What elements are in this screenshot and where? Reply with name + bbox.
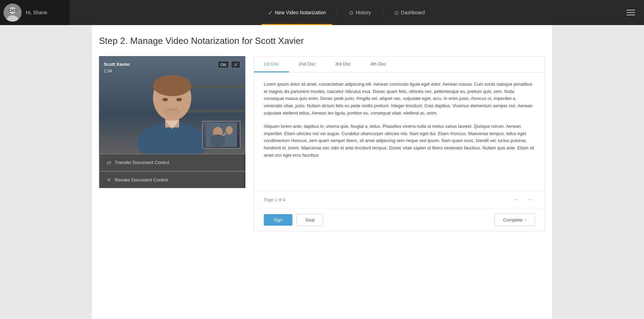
video-overlay-name: Scott Xavier 1:34	[104, 61, 130, 74]
tab-3rd-doc[interactable]: 3rd Doc	[325, 56, 361, 72]
chevron-right-icon: ›	[524, 217, 526, 223]
complete-label: Complete	[503, 217, 523, 223]
svg-point-13	[163, 108, 181, 116]
page-title: Step 2. Manage Video Notarization for Sc…	[99, 36, 545, 46]
revoke-label: Revoke Document Control	[115, 177, 168, 182]
svg-point-8	[153, 75, 191, 96]
hamburger-line-1	[627, 10, 635, 10]
transfer-icon: ⇄	[107, 159, 111, 166]
hamburger-menu[interactable]	[623, 6, 638, 19]
tab-1st-doc[interactable]: 1st Doc	[254, 56, 289, 72]
transfer-document-button[interactable]: ⇄ Transfer Document Control	[99, 154, 245, 171]
doc-paragraph-2: Aliquam lorem ante, dapibus in, viverra …	[264, 123, 535, 159]
header-nav: ✓ New Video Notarization ⋮ ⊙ History ⋮ ⊙…	[70, 0, 623, 25]
svg-point-16	[210, 134, 225, 147]
document-panel: 1st Doc 2nd Doc 3rd Doc 4th Doc Lorem ip…	[254, 56, 545, 231]
nav-dots-1: ⋮	[332, 9, 343, 16]
tab-4th-doc[interactable]: 4th Doc	[361, 56, 396, 72]
transfer-label: Transfer Document Control	[115, 160, 169, 165]
doc-paragraph-1: Lorem ipsum dolor sit amet, consectetuer…	[264, 81, 535, 117]
video-on-button[interactable]: ON	[218, 61, 229, 68]
video-timestamp: 1:34	[104, 68, 130, 74]
clock-icon-dashboard: ⊙	[394, 9, 399, 16]
revoke-icon: ✕	[107, 177, 111, 183]
pip-person-silhouette	[206, 123, 237, 147]
nav-new-notarization[interactable]: ✓ New Video Notarization	[262, 0, 332, 25]
document-action-bar: Sign Seal Complete ›	[254, 208, 545, 231]
video-controls: ON ⤢	[218, 61, 241, 68]
nav-label-dashboard: Dashboard	[401, 10, 425, 15]
svg-point-17	[226, 126, 233, 134]
svg-point-12	[176, 98, 182, 101]
document-footer: Page 1 of 4 ← →	[254, 191, 545, 208]
main-content: Step 2. Manage Video Notarization for Sc…	[92, 25, 552, 319]
avatar	[3, 3, 22, 22]
video-panel: Scott Xavier 1:34 ON ⤢	[99, 56, 245, 188]
nav-label-new-notarization: New Video Notarization	[275, 10, 326, 15]
hamburger-line-3	[627, 15, 635, 15]
check-icon: ✓	[268, 9, 273, 16]
content-row: Scott Xavier 1:34 ON ⤢	[99, 56, 545, 231]
greeting-text: Hi, Shane	[26, 10, 47, 15]
page-info: Page 1 of 4	[264, 197, 285, 202]
revoke-document-button[interactable]: ✕ Revoke Document Control	[99, 171, 245, 188]
tab-2nd-doc[interactable]: 2nd Doc	[289, 56, 325, 72]
video-area: Scott Xavier 1:34 ON ⤢	[99, 56, 245, 154]
svg-point-11	[162, 98, 168, 101]
video-actions: ⇄ Transfer Document Control ✕ Revoke Doc…	[99, 154, 245, 188]
hamburger-line-2	[627, 12, 635, 13]
nav-label-history: History	[356, 10, 371, 15]
nav-dots-2: ⋮	[377, 9, 388, 16]
seal-button[interactable]: Seal	[297, 214, 323, 226]
next-page-button[interactable]: →	[524, 195, 535, 204]
header-avatar-area: Hi, Shane	[0, 0, 70, 25]
person-silhouette	[130, 60, 214, 154]
video-person-name: Scott Xavier	[104, 61, 130, 68]
page-navigation: ← →	[511, 195, 535, 204]
pip-video	[202, 121, 240, 149]
clock-icon-history: ⊙	[349, 9, 353, 16]
header: Hi, Shane ✓ New Video Notarization ⋮ ⊙ H…	[0, 0, 644, 25]
nav-dashboard[interactable]: ⊙ Dashboard	[388, 0, 431, 25]
document-tabs: 1st Doc 2nd Doc 3rd Doc 4th Doc	[254, 56, 545, 72]
sign-button[interactable]: Sign	[264, 214, 292, 226]
prev-page-button[interactable]: ←	[511, 195, 521, 204]
nav-history[interactable]: ⊙ History	[343, 0, 377, 25]
complete-button[interactable]: Complete ›	[495, 213, 535, 226]
document-content: Lorem ipsum dolor sit amet, consectetuer…	[254, 72, 545, 191]
video-fullscreen-button[interactable]: ⤢	[231, 61, 240, 68]
